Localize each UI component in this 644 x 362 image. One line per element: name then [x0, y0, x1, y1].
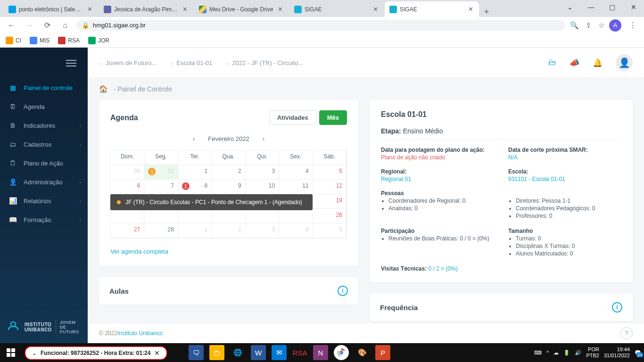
task-onenote-icon[interactable]: N: [313, 345, 328, 360]
tray-battery-icon[interactable]: 🔋: [563, 350, 570, 356]
breadcrumb-escola[interactable]: ⌄Escola 01-01: [170, 59, 212, 66]
task-word-icon[interactable]: W: [251, 345, 266, 360]
cal-day[interactable]: [212, 209, 245, 223]
pill-close-icon[interactable]: ✕: [154, 349, 160, 357]
cal-day[interactable]: 1 31: [144, 165, 178, 180]
task-explorer-icon[interactable]: 🗀: [209, 345, 224, 360]
cal-day[interactable]: 28: [144, 223, 178, 238]
start-button[interactable]: [4, 346, 18, 360]
cal-day[interactable]: 19: [313, 194, 347, 209]
sidebar-item-plano[interactable]: 🗒 Plano de Ação: [0, 154, 88, 173]
cal-day[interactable]: 2: [212, 223, 245, 238]
cal-day[interactable]: 3: [246, 165, 279, 180]
bell-icon[interactable]: 🔔: [593, 58, 603, 68]
mes-button[interactable]: Mês: [319, 110, 347, 125]
cal-day[interactable]: 4: [279, 165, 313, 180]
sidebar-item-indicadores[interactable]: 🗎 Indicadores ›: [0, 116, 88, 135]
see-full-agenda-link[interactable]: Ver agenda completa: [110, 248, 168, 255]
cal-day[interactable]: 5: [313, 165, 347, 180]
minimize-button[interactable]: —: [580, 0, 602, 14]
reload-button[interactable]: ⟳: [41, 19, 54, 32]
tab-close-icon[interactable]: ✕: [372, 6, 379, 13]
address-bar[interactable]: 🔒 hmg01.sigae.org.br: [76, 20, 565, 31]
profile-badge[interactable]: A: [609, 19, 621, 32]
breadcrumb-circuito[interactable]: ⌄2022 - JF (TR) - Circuito...: [225, 59, 303, 66]
cal-day[interactable]: 1 8: [178, 180, 212, 194]
tab-close-icon[interactable]: ✕: [181, 6, 189, 13]
tray-volume-icon[interactable]: 🔊: [575, 350, 581, 356]
menu-icon[interactable]: ⋮: [626, 19, 639, 32]
tray-chevron-icon[interactable]: ^: [546, 350, 549, 355]
tray-keyboard-icon[interactable]: ⌨: [534, 350, 542, 356]
cal-day[interactable]: 5: [313, 223, 347, 238]
info-icon[interactable]: i: [612, 302, 622, 313]
user-avatar[interactable]: 👤: [616, 54, 633, 71]
sidebar-item-painel[interactable]: ▦ Painel de controle: [0, 78, 88, 97]
cal-day[interactable]: [279, 209, 313, 223]
new-tab-button[interactable]: +: [480, 7, 493, 17]
tray-cloud-icon[interactable]: ☁: [553, 350, 559, 356]
back-button[interactable]: ←: [5, 19, 18, 32]
cal-day[interactable]: 1: [178, 223, 212, 238]
browser-tab[interactable]: Meu Drive - Google Drive ✕: [194, 1, 289, 17]
tray-lang[interactable]: POR PTB2: [586, 346, 599, 359]
next-month-button[interactable]: ›: [261, 133, 266, 144]
cal-day[interactable]: 27: [111, 223, 144, 238]
task-powerpoint-icon[interactable]: P: [375, 345, 390, 360]
home-button[interactable]: ⌂: [58, 19, 72, 32]
cal-day[interactable]: 10: [246, 180, 279, 194]
megaphone-icon[interactable]: 📣: [570, 58, 579, 68]
footer-link[interactable]: Instituto Unibanco: [117, 330, 163, 337]
bookmark-item[interactable]: JOR: [88, 37, 109, 44]
breadcrumb-jovem[interactable]: ⌄Jovem de Futuro...: [99, 59, 157, 66]
browser-tab-active[interactable]: SIGAE ✕: [385, 1, 479, 17]
sidebar-item-administracao[interactable]: 👤 Administração ›: [0, 173, 88, 191]
browser-tab[interactable]: SIGAE ✕: [289, 1, 384, 17]
cal-day[interactable]: [246, 209, 279, 223]
close-window-button[interactable]: ✕: [623, 0, 644, 14]
sidebar-item-cadastros[interactable]: 🗂 Cadastros ›: [0, 135, 88, 154]
cal-day[interactable]: 12: [313, 180, 347, 194]
zoom-icon[interactable]: 🔍: [570, 21, 579, 30]
cal-day[interactable]: 1: [178, 165, 212, 180]
tab-close-icon[interactable]: ✕: [86, 6, 93, 13]
cal-day[interactable]: 4: [279, 223, 313, 238]
cal-day[interactable]: 3: [246, 223, 279, 238]
bookmark-item[interactable]: RSA: [58, 37, 80, 44]
forward-button[interactable]: →: [23, 19, 36, 32]
cal-day[interactable]: 30: [111, 165, 144, 180]
cal-day[interactable]: [144, 209, 178, 223]
sidebar-item-relatorios[interactable]: 📊 Relatórios ›: [0, 191, 88, 210]
task-outlook-icon[interactable]: ✉: [272, 345, 287, 360]
atividades-button[interactable]: Atividades: [269, 110, 316, 125]
tab-close-icon[interactable]: ✕: [276, 6, 284, 13]
home-icon[interactable]: 🏠: [99, 85, 108, 93]
tray-clock[interactable]: 19:44 31/01/2022: [604, 346, 630, 359]
star-icon[interactable]: ☆: [598, 21, 604, 30]
tab-close-icon[interactable]: ✕: [467, 6, 474, 13]
cal-day[interactable]: [178, 209, 212, 223]
event-tooltip[interactable]: JF (TR) - Circuito Escolas - PC1 - Ponto…: [110, 194, 313, 210]
prev-month-button[interactable]: ‹: [191, 133, 197, 144]
sidebar-item-agenda[interactable]: 🗓 Agenda: [0, 97, 88, 116]
folder-icon[interactable]: 🗁: [548, 58, 556, 67]
cal-day[interactable]: 7: [144, 180, 178, 194]
bookmark-item[interactable]: MIS: [30, 37, 50, 44]
cal-day[interactable]: 9: [212, 180, 245, 194]
hamburger-icon[interactable]: [66, 60, 76, 66]
cal-day[interactable]: 26: [313, 209, 347, 223]
maximize-button[interactable]: ▢: [602, 0, 623, 14]
caret-down-icon[interactable]: ⌄: [559, 0, 580, 14]
task-chrome-icon[interactable]: [334, 345, 349, 360]
bookmark-item[interactable]: CI: [6, 37, 21, 44]
cal-day[interactable]: 11: [279, 180, 313, 194]
share-icon[interactable]: ⇪: [586, 21, 592, 30]
task-globe-icon[interactable]: 🌐: [230, 345, 245, 360]
task-paint-icon[interactable]: 🎨: [355, 345, 370, 360]
cal-day[interactable]: 6: [111, 180, 144, 194]
tray-notification-icon[interactable]: 💬24: [635, 350, 641, 356]
info-icon[interactable]: i: [338, 286, 348, 296]
task-app-icon[interactable]: 🗨: [189, 345, 204, 360]
task-rsa-icon[interactable]: RSA: [292, 345, 307, 360]
sidebar-item-formacao[interactable]: 📖 Formação ›: [0, 210, 88, 229]
